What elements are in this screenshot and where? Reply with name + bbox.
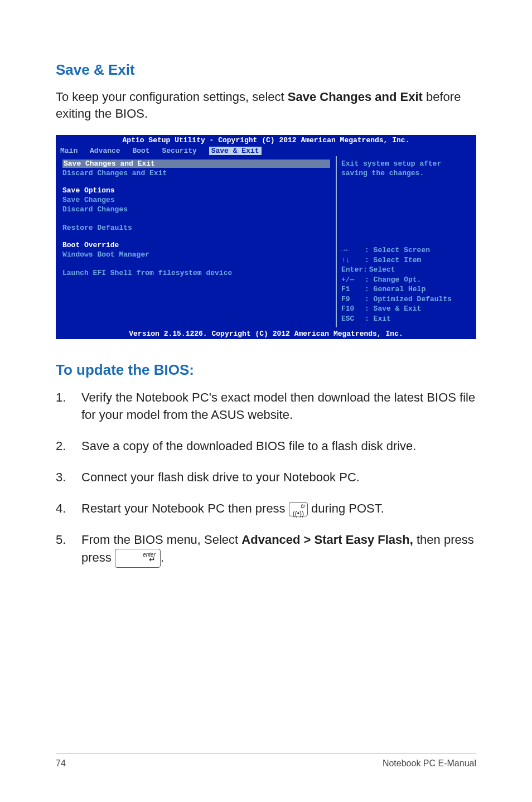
step5-post: . (161, 550, 164, 564)
page-number: 74 (56, 758, 66, 769)
step-number: 1. (56, 389, 81, 424)
bios-tab-advance: Advance (90, 147, 120, 155)
bios-key-esc: ESC (341, 314, 365, 324)
bios-key-f9: F9 (341, 294, 365, 305)
bios-key-enter: Enter: (341, 265, 365, 275)
enter-arrow-icon: ↵ (149, 554, 156, 565)
bios-item-launch-efi-shell: Launch EFI Shell from filesystem device (62, 269, 330, 277)
bios-item-save-changes-exit: Save Changes and Exit (62, 160, 330, 168)
bios-left-pane: Save Changes and Exit Discard Changes an… (57, 156, 336, 327)
step-1: 1. Verify the Notebook PC's exact model … (56, 389, 476, 424)
step-text: Save a copy of the downloaded BIOS file … (81, 437, 476, 455)
steps-list: 1. Verify the Notebook PC's exact model … (56, 389, 476, 568)
bios-key-arrows-ud: ↑↓ (341, 255, 365, 265)
bios-item-windows-boot-manager: Windows Boot Manager (62, 250, 330, 259)
para-text-bold: Save Changes and Exit (288, 90, 423, 104)
bios-title-bar: Aptio Setup Utility - Copyright (C) 2012… (56, 135, 476, 146)
bios-key-plusminus-desc: : Change Opt. (365, 276, 421, 284)
step-3: 3. Connect your flash disk drive to your… (56, 468, 476, 486)
step5-press-prefix: press (81, 550, 115, 564)
bios-key-arrows-lr-desc: : Select Screen (365, 246, 430, 254)
step-text: Restart your Notebook PC then press ((•)… (81, 500, 476, 518)
enter-key-icon: enter ↵ (115, 549, 161, 568)
bios-tab-security: Security (162, 147, 196, 155)
wifi-icon: ((•)) (293, 510, 304, 518)
bios-tab-main: Main (60, 147, 78, 155)
bios-item-save-changes: Save Changes (62, 196, 330, 204)
step4-pre: Restart your Notebook PC then press (81, 501, 289, 515)
bios-key-arrows-ud-desc: : Select Item (365, 256, 421, 264)
step-number: 2. (56, 437, 81, 455)
bios-footer-bar: Version 2.15.1226. Copyright (C) 2012 Am… (56, 328, 476, 339)
step-2: 2. Save a copy of the downloaded BIOS fi… (56, 437, 476, 455)
bios-item-discard-changes: Discard Changes (62, 205, 330, 214)
step-text: Connect your flash disk drive to your No… (81, 468, 476, 486)
bios-key-plusminus: +/— (341, 275, 365, 285)
bios-help-line2: saving the changes. (341, 169, 471, 178)
bios-group-save-options: Save Options (62, 186, 330, 195)
step5-pre: From the BIOS menu, Select (81, 533, 241, 547)
manual-title: Notebook PC E-Manual (383, 758, 476, 769)
bios-group-boot-override: Boot Override (62, 241, 330, 249)
bios-screenshot: Aptio Setup Utility - Copyright (C) 2012… (56, 135, 476, 339)
step-number: 4. (56, 500, 81, 518)
step5-bold: Advanced > Start Easy Flash, (241, 533, 413, 547)
bios-key-legend: →←: Select Screen ↑↓: Select Item Enter:… (341, 245, 471, 323)
bios-key-f10: F10 (341, 304, 365, 314)
step-number: 3. (56, 468, 81, 486)
save-exit-paragraph: To keep your configuration settings, sel… (56, 89, 476, 122)
step-number: 5. (56, 531, 81, 568)
bios-tab-boot: Boot (132, 147, 149, 155)
bios-help-line1: Exit system setup after (341, 160, 471, 169)
bios-item-restore-defaults: Restore Defaults (62, 224, 330, 232)
para-text-pre: To keep your configuration settings, sel… (56, 90, 288, 104)
bios-key-arrows-lr: →← (341, 245, 365, 255)
step-text: Verify the Notebook PC's exact model the… (81, 389, 476, 424)
bios-key-f1-desc: : General Help (365, 285, 425, 293)
step4-post: during POST. (311, 501, 384, 515)
bios-key-f9-desc: : Optimized Defaults (365, 295, 452, 303)
f2-label: f2 (301, 503, 305, 510)
update-bios-heading: To update the BIOS: (56, 361, 476, 379)
step-4: 4. Restart your Notebook PC then press (… (56, 500, 476, 518)
step-5: 5. From the BIOS menu, Select Advanced >… (56, 531, 476, 568)
step5-mid: then press (413, 533, 474, 547)
bios-body: Save Changes and Exit Discard Changes an… (56, 156, 476, 328)
bios-right-pane: Exit system setup after saving the chang… (336, 156, 475, 327)
bios-tab-save-exit: Save & Exit (209, 147, 262, 155)
f2-key-icon: ((•)) f2 (289, 502, 308, 516)
bios-tab-bar: Main Advance Boot Security Save & Exit (56, 146, 476, 156)
bios-key-esc-desc: : Exit (365, 315, 391, 323)
bios-key-f1: F1 (341, 284, 365, 294)
bios-key-f10-desc: : Save & Exit (365, 305, 421, 313)
step-text: From the BIOS menu, Select Advanced > St… (81, 531, 476, 568)
save-exit-heading: Save & Exit (56, 61, 476, 79)
page-footer: 74 Notebook PC E-Manual (56, 753, 476, 769)
bios-key-enter-desc: Select (365, 265, 395, 274)
bios-item-discard-changes-exit: Discard Changes and Exit (62, 169, 330, 177)
